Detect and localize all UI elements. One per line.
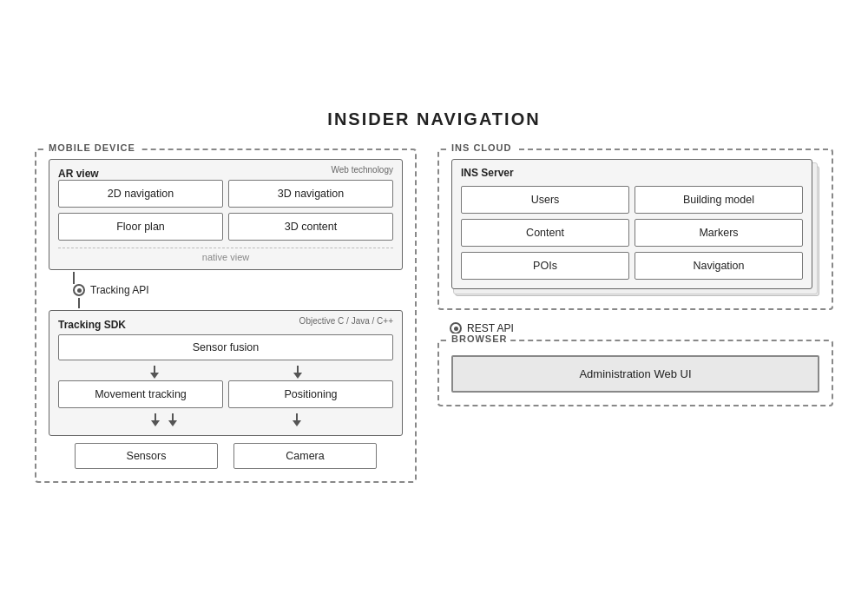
arrow-camera: [293, 413, 301, 426]
ar-view-label: AR view: [58, 168, 99, 180]
cell-navigation: Navigation: [635, 252, 803, 280]
ar-view-box: AR view Web technology 2D navigation 3D …: [49, 159, 403, 270]
arrow-sensor-left: [151, 413, 160, 426]
diagram-body: MOBILE DEVICE AR view Web technology 2D …: [35, 149, 833, 483]
cell-movement: Movement tracking: [58, 380, 223, 408]
bottom-boxes-row: Sensors Camera: [49, 443, 403, 469]
cell-floor-plan: Floor plan: [58, 213, 223, 241]
ar-view-tag: Web technology: [331, 165, 393, 175]
ins-server-label: INS Server: [461, 167, 803, 179]
tracking-sdk-label: Tracking SDK: [58, 319, 126, 331]
ar-view-grid: 2D navigation 3D navigation Floor plan 3…: [58, 180, 393, 241]
browser-box: BROWSER Administration Web UI: [437, 340, 833, 406]
tracking-sdk-tag: Objective C / Java / C++: [299, 316, 393, 326]
diagram-wrapper: INSIDER NAVIGATION MOBILE DEVICE AR view…: [17, 92, 851, 509]
main-title: INSIDER NAVIGATION: [35, 109, 833, 129]
browser-label: BROWSER: [448, 334, 510, 344]
ins-cloud-label: INS CLOUD: [448, 142, 516, 153]
mobile-device-label: MOBILE DEVICE: [45, 142, 139, 153]
tracking-grid: Movement tracking Positioning: [58, 380, 393, 408]
admin-web-ui-label: Administration Web UI: [579, 367, 691, 380]
right-panel: INS CLOUD INS Server Users Building mode…: [437, 149, 833, 483]
cell-pois: POIs: [461, 252, 629, 280]
cell-3d-nav: 3D navigation: [228, 180, 393, 208]
ins-server-grid: Users Building model Content Markers POI…: [461, 186, 803, 280]
arrow-sensor-right: [168, 413, 177, 426]
cell-building-model: Building model: [635, 186, 803, 214]
cell-markers: Markers: [635, 219, 803, 247]
tracking-api-dot: [73, 284, 85, 296]
cell-sensors: Sensors: [75, 443, 218, 469]
rest-api-label: REST API: [467, 322, 514, 334]
cell-positioning: Positioning: [228, 380, 393, 408]
sensor-fusion-box: Sensor fusion: [58, 334, 393, 360]
cell-camera: Camera: [233, 443, 377, 469]
native-view-label: native view: [58, 248, 393, 262]
cell-2d-nav: 2D navigation: [58, 180, 223, 208]
ins-cloud-box: INS CLOUD INS Server Users Building mode…: [437, 149, 833, 310]
rest-api-dot: [450, 322, 462, 334]
ins-server-box: INS Server Users Building model Content …: [451, 159, 812, 289]
ins-server-stack: INS Server Users Building model Content …: [451, 159, 819, 296]
left-panel: MOBILE DEVICE AR view Web technology 2D …: [35, 149, 417, 483]
arrow-right: [293, 366, 302, 379]
sf-arrows-row: [58, 366, 393, 379]
admin-web-ui-box: Administration Web UI: [451, 355, 819, 393]
arrow-left: [150, 366, 159, 379]
cell-users: Users: [461, 186, 629, 214]
cell-content: Content: [461, 219, 629, 247]
mobile-device-box: MOBILE DEVICE AR view Web technology 2D …: [35, 149, 417, 483]
tracking-api-label: Tracking API: [90, 284, 149, 296]
cell-3d-content: 3D content: [228, 213, 393, 241]
rest-api-row: REST API: [450, 322, 833, 334]
tracking-sdk-box: Tracking SDK Objective C / Java / C++ Se…: [49, 310, 403, 436]
